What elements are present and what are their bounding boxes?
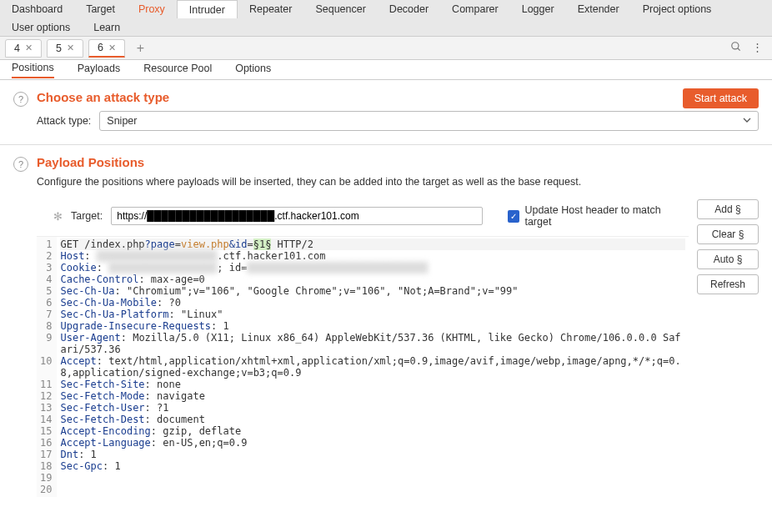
tab-extender[interactable]: Extender: [566, 0, 631, 18]
attack-type-section: ? Choose an attack type Attack type: Sni…: [0, 80, 772, 138]
more-icon[interactable]: ⋮: [752, 41, 762, 55]
svg-line-1: [738, 48, 740, 51]
add-tab-button[interactable]: +: [130, 41, 151, 56]
code-body[interactable]: GET /index.php?page=view.php&id=§1§ HTTP…: [57, 237, 689, 497]
position-buttons: Add § Clear § Auto § Refresh: [697, 199, 759, 294]
subtab-resource-pool[interactable]: Resource Pool: [143, 63, 212, 78]
instance-tab-bar: 4 ✕ 5 ✕ 6 ✕ + ⋮: [0, 37, 772, 60]
auto-marker-button[interactable]: Auto §: [697, 249, 759, 269]
section-title: Payload Positions: [37, 155, 759, 169]
attack-type-select[interactable]: Sniper: [99, 111, 759, 131]
sub-tab-bar: Positions Payloads Resource Pool Options: [0, 60, 772, 80]
help-icon[interactable]: ?: [13, 92, 28, 107]
update-host-checkbox[interactable]: ✓: [508, 210, 520, 223]
section-title: Choose an attack type: [37, 90, 759, 104]
clear-marker-button[interactable]: Clear §: [697, 224, 759, 244]
instance-tab-label: 4: [14, 43, 20, 54]
search-icon[interactable]: [730, 41, 742, 55]
start-attack-button[interactable]: Start attack: [683, 88, 759, 108]
chevron-down-icon: [743, 115, 751, 127]
instance-tab-6[interactable]: 6 ✕: [88, 39, 125, 58]
add-marker-button[interactable]: Add §: [697, 199, 759, 219]
tab-target[interactable]: Target: [74, 0, 127, 18]
request-editor: ✻ Target: ✓ Update Host header to match …: [37, 199, 689, 497]
tab-comparer[interactable]: Comparer: [440, 0, 510, 18]
attack-type-value: Sniper: [107, 115, 137, 127]
subtab-positions[interactable]: Positions: [12, 62, 54, 78]
close-icon[interactable]: ✕: [108, 43, 116, 53]
instance-tab-label: 5: [56, 43, 62, 54]
instance-tab-label: 6: [98, 42, 103, 53]
tab-repeater[interactable]: Repeater: [238, 0, 303, 18]
tab-decoder[interactable]: Decoder: [378, 0, 440, 18]
section-description: Configure the positions where payloads w…: [37, 176, 759, 188]
target-input[interactable]: [111, 207, 482, 225]
line-gutter: 1234567891011121314151617181920: [37, 237, 57, 497]
tab-dashboard[interactable]: Dashboard: [0, 0, 74, 18]
tab-sequencer[interactable]: Sequencer: [303, 0, 377, 18]
gear-icon[interactable]: ✻: [53, 210, 63, 223]
tab-intruder[interactable]: Intruder: [177, 0, 238, 18]
close-icon[interactable]: ✕: [67, 43, 74, 53]
instance-tab-4[interactable]: 4 ✕: [5, 39, 42, 58]
tab-proxy[interactable]: Proxy: [127, 0, 177, 18]
attack-type-label: Attack type:: [37, 115, 91, 127]
tab-user-options[interactable]: User options: [0, 18, 82, 37]
close-icon[interactable]: ✕: [25, 43, 33, 53]
tab-learn[interactable]: Learn: [82, 18, 132, 37]
subtab-payloads[interactable]: Payloads: [78, 63, 120, 78]
help-icon[interactable]: ?: [13, 157, 28, 172]
update-host-label: Update Host header to match target: [524, 204, 689, 228]
target-label: Target:: [71, 210, 103, 222]
top-tab-bar: Dashboard Target Proxy Intruder Repeater…: [0, 0, 772, 37]
payload-positions-section: ? Payload Positions Configure the positi…: [0, 145, 772, 504]
subtab-options[interactable]: Options: [235, 63, 271, 78]
instance-tab-5[interactable]: 5 ✕: [47, 39, 83, 58]
svg-point-0: [732, 43, 739, 49]
refresh-button[interactable]: Refresh: [697, 274, 759, 294]
tab-project-options[interactable]: Project options: [631, 0, 724, 18]
tab-logger[interactable]: Logger: [510, 0, 566, 18]
http-editor[interactable]: 1234567891011121314151617181920 GET /ind…: [37, 236, 689, 497]
